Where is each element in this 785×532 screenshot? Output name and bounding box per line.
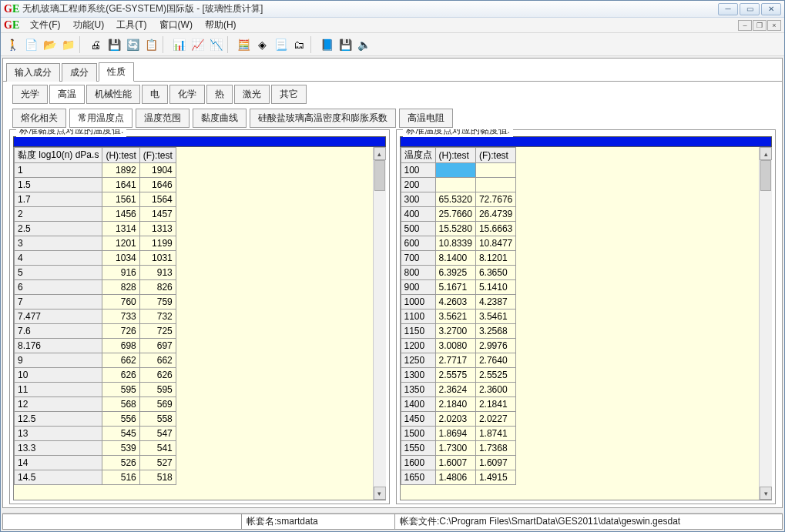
table-row[interactable]: 14002.18402.1841: [401, 397, 516, 412]
table-row[interactable]: 1.516411646: [15, 178, 176, 192]
table-row[interactable]: 16001.60071.6097: [401, 456, 516, 470]
table-row[interactable]: 15001.86941.8741: [401, 427, 516, 441]
menu-help[interactable]: 帮助(H): [199, 17, 243, 33]
table-row[interactable]: 7008.14008.1201: [401, 251, 516, 266]
table-row[interactable]: 13002.55752.5525: [401, 368, 516, 383]
table-row[interactable]: 12003.00802.9976: [401, 339, 516, 353]
menu-file[interactable]: 文件(F): [24, 17, 66, 33]
toolbar-btn-7[interactable]: 🔄: [124, 36, 141, 53]
scroll-down-icon[interactable]: ▾: [760, 487, 772, 500]
table-row[interactable]: 5916913: [15, 266, 176, 280]
table-row[interactable]: 6828826: [15, 280, 176, 295]
table-row[interactable]: 10626626: [15, 368, 176, 383]
col-f-test[interactable]: (F):test: [475, 148, 515, 163]
maximize-button[interactable]: ▭: [740, 3, 760, 15]
table-row[interactable]: 7760759: [15, 295, 176, 309]
col-h-test[interactable]: (H):test: [102, 148, 139, 163]
toolbar-btn-15[interactable]: ◈: [253, 36, 270, 53]
toolbar-btn-5[interactable]: 🖨: [87, 36, 104, 53]
table-row[interactable]: 40025.766026.4739: [401, 207, 516, 222]
tab-prop[interactable]: 性质: [99, 62, 134, 82]
scroll-down-icon[interactable]: ▾: [374, 487, 386, 500]
table-row[interactable]: 200: [401, 178, 516, 192]
table-row[interactable]: 1.715611564: [15, 192, 176, 207]
col-temp[interactable]: 温度点: [401, 148, 435, 163]
toolbar-btn-6[interactable]: 💾: [106, 36, 122, 53]
table-row[interactable]: 9005.16715.1410: [401, 280, 516, 295]
scroll-up-icon[interactable]: ▴: [760, 147, 772, 160]
table-row[interactable]: 214561457: [15, 207, 176, 222]
col-viscosity[interactable]: 黏度 log10(n) dPa.s: [15, 148, 102, 163]
subtab-range[interactable]: 温度范围: [136, 109, 190, 128]
tab-other[interactable]: 其它: [271, 85, 307, 104]
left-scrollbar[interactable]: ▴ ▾: [373, 147, 386, 500]
tab-laser[interactable]: 激光: [234, 85, 270, 104]
close-button[interactable]: ✕: [761, 3, 781, 15]
tab-chem[interactable]: 化学: [169, 85, 205, 104]
subtab-melt[interactable]: 熔化相关: [12, 109, 66, 128]
table-row[interactable]: 11003.56213.5461: [401, 309, 516, 324]
table-row[interactable]: 60010.833910.8477: [401, 236, 516, 251]
table-row[interactable]: 16501.48061.4915: [401, 470, 516, 485]
toolbar-btn-3[interactable]: 📁: [59, 36, 76, 53]
table-row[interactable]: 11595595: [15, 383, 176, 397]
toolbar-btn-20[interactable]: 💾: [337, 36, 354, 53]
table-row[interactable]: 9662662: [15, 353, 176, 368]
tab-optical[interactable]: 光学: [12, 85, 48, 104]
table-row[interactable]: 13.3539541: [15, 441, 176, 456]
toolbar-btn-17[interactable]: 🗂: [290, 36, 307, 53]
table-row[interactable]: 7.6726725: [15, 324, 176, 339]
tab-input-comp[interactable]: 输入成分: [6, 63, 60, 82]
table-row[interactable]: 8006.39256.3650: [401, 266, 516, 280]
subtab-visc-curve[interactable]: 黏度曲线: [193, 109, 247, 128]
toolbar-btn-0[interactable]: 🚶: [4, 36, 21, 53]
scroll-up-icon[interactable]: ▴: [374, 147, 386, 160]
menu-func[interactable]: 功能(U): [67, 17, 111, 33]
table-row[interactable]: 312011199: [15, 236, 176, 251]
table-row[interactable]: 10004.26034.2387: [401, 295, 516, 309]
table-row[interactable]: 11503.27003.2568: [401, 324, 516, 339]
table-row[interactable]: 14502.02032.0227: [401, 412, 516, 427]
table-row[interactable]: 30065.532072.7676: [401, 192, 516, 207]
col-f-test[interactable]: (F):test: [139, 148, 176, 163]
table-row[interactable]: 14526527: [15, 456, 176, 470]
table-row[interactable]: 15501.73001.7368: [401, 441, 516, 456]
toolbar-btn-2[interactable]: 📂: [41, 36, 58, 53]
tab-elec[interactable]: 电: [142, 85, 168, 104]
col-h-test[interactable]: (H):test: [435, 148, 475, 163]
toolbar-btn-14[interactable]: 🧮: [235, 36, 252, 53]
toolbar-btn-11[interactable]: 📈: [189, 36, 206, 53]
table-row[interactable]: 12.5556558: [15, 412, 176, 427]
tab-comp[interactable]: 成分: [62, 63, 97, 82]
subtab-common-temp[interactable]: 常用温度点: [69, 109, 133, 128]
table-row[interactable]: 2.513141313: [15, 222, 176, 236]
tab-thermal[interactable]: 热: [206, 85, 233, 104]
table-row[interactable]: 410341031: [15, 251, 176, 266]
table-row[interactable]: 12568569: [15, 397, 176, 412]
tab-mech[interactable]: 机械性能: [86, 85, 140, 104]
right-scrollbar[interactable]: ▴ ▾: [759, 147, 772, 500]
mdi-close-button[interactable]: ×: [767, 20, 781, 31]
mdi-minimize-button[interactable]: –: [738, 20, 752, 31]
table-row[interactable]: 100: [401, 163, 516, 178]
tab-hightemp[interactable]: 高温: [49, 85, 85, 104]
toolbar-btn-16[interactable]: 📃: [272, 36, 289, 53]
table-row[interactable]: 7.477733732: [15, 309, 176, 324]
toolbar-btn-12[interactable]: 📉: [207, 36, 224, 53]
table-row[interactable]: 12502.77172.7640: [401, 353, 516, 368]
subtab-resistance[interactable]: 高温电阻: [399, 109, 453, 128]
toolbar-btn-1[interactable]: 📄: [22, 36, 39, 53]
toolbar-btn-19[interactable]: 📘: [318, 36, 335, 53]
menu-window[interactable]: 窗口(W): [153, 17, 199, 33]
table-row[interactable]: 118921904: [15, 163, 176, 178]
minimize-button[interactable]: ─: [718, 3, 738, 15]
scroll-thumb[interactable]: [374, 160, 385, 191]
subtab-silicate[interactable]: 硅酸盐玻璃高温密度和膨胀系数: [250, 109, 396, 128]
menu-tools[interactable]: 工具(T): [110, 17, 153, 33]
toolbar-btn-10[interactable]: 📊: [170, 36, 187, 53]
table-row[interactable]: 8.176698697: [15, 339, 176, 353]
toolbar-btn-21[interactable]: 🔈: [355, 36, 372, 53]
mdi-restore-button[interactable]: ❐: [753, 20, 767, 31]
right-grid[interactable]: 温度点(H):test(F):test10020030065.532072.76…: [401, 147, 580, 500]
table-row[interactable]: 14.5516518: [15, 470, 176, 485]
